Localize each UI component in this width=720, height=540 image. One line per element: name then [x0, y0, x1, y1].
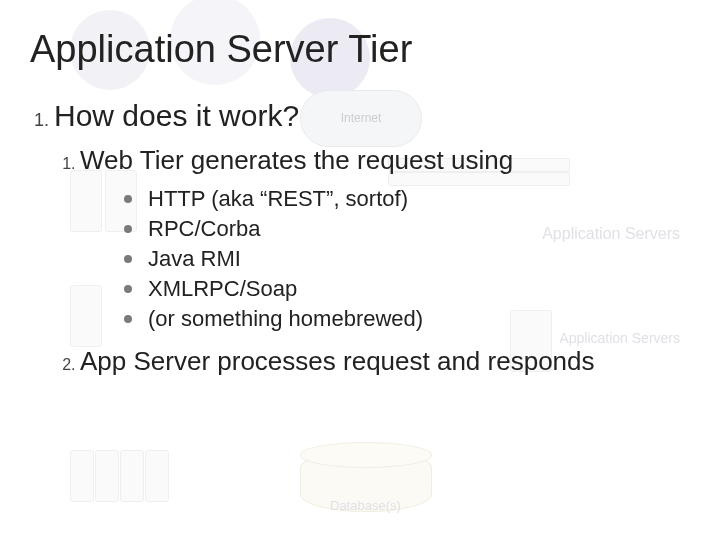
outline-level-1: How does it work? Web Tier generates the… — [54, 99, 690, 377]
outline-item-1-1: Web Tier generates the request using HTT… — [80, 145, 690, 332]
bullet-text: Java RMI — [148, 246, 241, 271]
slide-content: Application Server Tier How does it work… — [0, 0, 720, 377]
server-box — [95, 450, 119, 502]
outline-item-1-2-text: App Server processes request and respond… — [80, 346, 595, 376]
server-box — [70, 450, 94, 502]
bullet-item: (or something homebrewed) — [124, 306, 690, 332]
outline-level-2: Web Tier generates the request using HTT… — [80, 145, 690, 377]
bullet-text: RPC/Corba — [148, 216, 260, 241]
slide-title: Application Server Tier — [30, 28, 690, 71]
outline-item-1: How does it work? Web Tier generates the… — [54, 99, 690, 377]
bullet-text: (or something homebrewed) — [148, 306, 423, 331]
outline-item-1-1-text: Web Tier generates the request using — [80, 145, 513, 175]
bullet-item: Java RMI — [124, 246, 690, 272]
bullet-text: HTTP (aka “REST”, sortof) — [148, 186, 408, 211]
outline-item-1-2: App Server processes request and respond… — [80, 346, 690, 377]
server-box — [120, 450, 144, 502]
server-box — [145, 450, 169, 502]
bullet-item: XMLRPC/Soap — [124, 276, 690, 302]
database-cylinder-top — [300, 442, 432, 468]
bg-label-databases: Database(s) — [330, 498, 401, 513]
bullet-item: HTTP (aka “REST”, sortof) — [124, 186, 690, 212]
outline-item-1-text: How does it work? — [54, 99, 299, 132]
bullet-item: RPC/Corba — [124, 216, 690, 242]
bullet-list: HTTP (aka “REST”, sortof) RPC/Corba Java… — [124, 186, 690, 332]
bullet-text: XMLRPC/Soap — [148, 276, 297, 301]
